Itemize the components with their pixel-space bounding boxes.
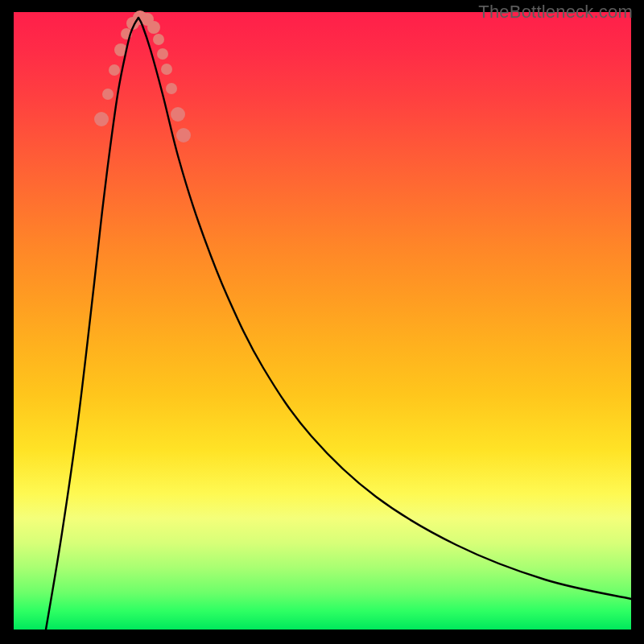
- data-marker: [161, 64, 172, 75]
- data-marker: [153, 34, 164, 45]
- data-marker: [147, 21, 160, 34]
- data-markers: [94, 10, 191, 142]
- data-marker: [176, 128, 191, 142]
- data-marker: [102, 89, 114, 100]
- series-right-arm: [138, 18, 631, 599]
- series-left-arm: [46, 18, 138, 630]
- data-marker: [166, 83, 177, 94]
- chart-frame: TheBottleneck.com: [0, 0, 644, 644]
- plot-area: [14, 12, 631, 630]
- watermark-text: TheBottleneck.com: [478, 2, 633, 23]
- data-marker: [157, 48, 168, 60]
- data-marker: [109, 64, 120, 76]
- curve-layer: [14, 12, 631, 630]
- data-marker: [94, 112, 109, 126]
- data-marker: [171, 107, 185, 122]
